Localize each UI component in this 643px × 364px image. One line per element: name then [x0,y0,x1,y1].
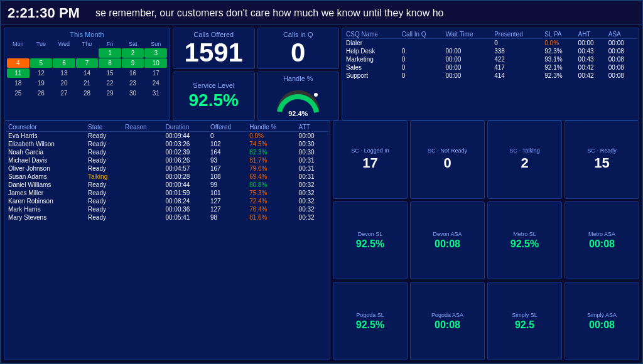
c-duration: 00:08:24 [163,197,208,205]
csq-name: Support [344,72,400,80]
csq-name: Sales [344,63,400,72]
csq-data-table: CSQ Name Call In Q Wait Time Presented S… [344,30,637,80]
cal-cell [30,48,53,58]
cal-cell [7,48,30,58]
csq-aht: 00:43 [576,55,607,63]
c-duration: 00:02:39 [163,148,208,156]
metro-sl-value: 92.5% [511,238,539,250]
csq-name: Help Desk [344,47,400,55]
service-level-value: 92.5% [189,90,239,110]
c-att: 00:30 [297,140,328,148]
cal-cell: 14 [76,68,99,78]
c-duration: 00:01:59 [163,189,208,197]
cal-header-wed: Wed [53,40,75,48]
calls-in-q-box: Calls in Q 0 [257,28,340,69]
csq-presented: 0 [492,39,543,48]
csq-col-wait: Wait Time [443,30,492,39]
csq-callinq: 0 [400,72,444,80]
counselor-row: James Miller Ready 00:01:59 101 75.3% 00… [6,189,328,197]
cal-header-tue: Tue [30,40,53,48]
cal-cell: 19 [30,78,53,88]
csq-table: CSQ Name Call In Q Wait Time Presented S… [342,28,639,120]
csq-wait: 00:00 [443,72,492,80]
csq-slpa: 92.3% [543,72,576,80]
cal-cell: 5 [30,58,53,68]
c-duration: 00:00:36 [163,205,208,213]
sc-talking-label: SC - Talking [509,147,539,154]
c-offered: 167 [208,164,247,173]
cal-cell: 22 [99,78,121,88]
c-handle-pct: 79.6% [247,164,296,173]
counselor-row: Mark Harris Ready 00:00:36 127 76.4% 00:… [6,205,328,213]
c-att: 00:31 [297,164,328,173]
csq-col-callinq: Call In Q [400,30,444,39]
handle-pct-box: Handle % 92.4% [257,72,340,120]
csq-presented: 414 [492,72,543,80]
c-att: 00:00 [297,132,328,141]
ticker-text: se remember, our customers don't care ho… [95,8,443,19]
cal-cell: 11 [7,68,30,78]
csq-presented: 338 [492,47,543,55]
c-handle-pct: 69.4% [247,173,296,181]
calendar-grid: Mon Tue Wed Thu Fri Sat Sun 1 2 3 4 5 6 … [7,40,167,98]
c-handle-pct: 0.0% [247,132,296,141]
c-duration: 00:06:26 [163,156,208,164]
c-reason [123,148,163,156]
c-handle-pct: 75.3% [247,189,296,197]
cal-cell: 2 [122,48,144,58]
header: 2:21:30 PM se remember, our customers do… [1,1,642,25]
counselor-row: Daniel Williams Ready 00:00:44 99 80.8% … [6,181,328,189]
counselor-row: Elizabeth Wilson Ready 00:03:26 102 74.5… [6,140,328,148]
c-reason [123,164,163,173]
cal-cell [76,48,99,58]
simply-sl-box: Simply SL 92.5 [487,282,562,360]
c-handle-pct: 81.6% [247,213,296,222]
c-duration: 00:04:57 [163,164,208,173]
csq-name: Dialer [344,39,400,48]
c-att: 00:32 [297,205,328,213]
col-att: ATT [297,123,328,132]
cal-cell: 18 [7,78,30,88]
pogoda-asa-value: 00:08 [435,319,460,331]
cal-cell: 23 [122,78,144,88]
c-handle-pct: 74.5% [247,140,296,148]
bottom-section: Counselor State Reason Duration Offered … [1,120,642,363]
devon-sl-label: Devon SL [358,231,383,237]
counselor-row: Mary Stevens Ready 00:05:41 98 81.6% 00:… [6,213,328,222]
c-handle-pct: 81.7% [247,156,296,164]
counselor-row: Michael Davis Ready 00:06:26 93 81.7% 00… [6,156,328,164]
csq-wait [443,39,492,48]
sc-logged-in-label: SC - Logged In [351,147,389,154]
calls-offered-value: 1591 [185,40,243,66]
c-duration: 00:00:28 [163,173,208,181]
csq-col-aht: AHT [576,30,607,39]
csq-presented: 422 [492,55,543,63]
calendar-title: This Month [7,31,167,38]
counselor-row: Noah Garcia Ready 00:02:39 164 82.3% 00:… [6,148,328,156]
c-state: Ready [86,205,123,213]
c-offered: 93 [208,156,247,164]
col-reason: Reason [123,123,163,132]
c-state: Talking [86,173,123,181]
sc-logged-in-value: 17 [362,155,377,171]
c-name: Karen Robinson [6,197,86,205]
c-state: Ready [86,132,123,141]
csq-aht: 00:43 [576,47,607,55]
simply-sl-label: Simply SL [512,312,538,318]
pogoda-asa-label: Pogoda ASA [431,312,463,318]
counselor-data-table: Counselor State Reason Duration Offered … [6,123,328,222]
c-reason [123,156,163,164]
sc-not-ready-box: SC - Not Ready 0 [410,120,485,199]
csq-slpa: 92.3% [543,47,576,55]
c-name: James Miller [6,189,86,197]
cal-cell: 31 [144,88,167,98]
c-reason [123,197,163,205]
devon-sl-box: Devon SL 92.5% [333,201,408,280]
col-handle-pct: Handle % [247,123,296,132]
calls-offered-box: Calls Offered 1591 [173,28,255,69]
sc-talking-box: SC - Talking 2 [487,120,562,199]
cal-cell: 12 [30,68,53,78]
c-offered: 102 [208,140,247,148]
cal-cell: 8 [99,58,121,68]
c-offered: 127 [208,197,247,205]
